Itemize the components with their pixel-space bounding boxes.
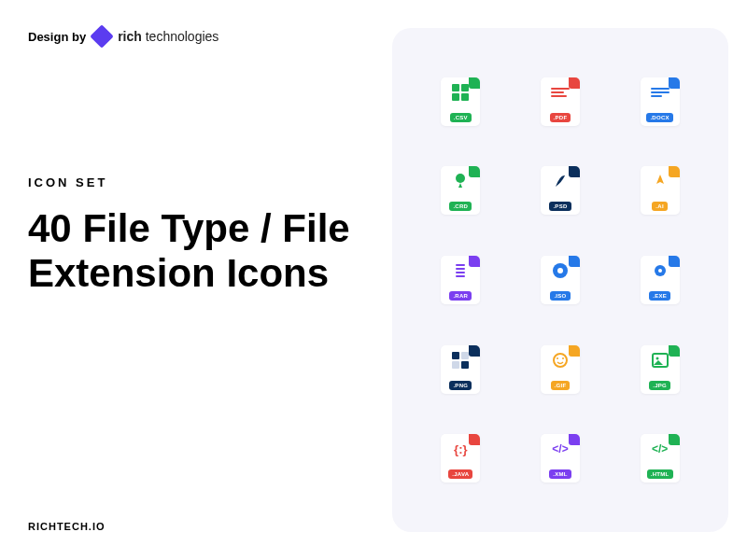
- smiley-icon: [551, 351, 570, 370]
- ext-badge: .HTML: [647, 469, 673, 479]
- fold-icon: [569, 345, 580, 357]
- svg-point-4: [658, 269, 662, 273]
- ext-badge: .AI: [652, 202, 668, 211]
- feather-icon: [551, 172, 570, 190]
- ext-badge: .CSV: [450, 113, 472, 122]
- ext-badge: .CRD: [449, 202, 472, 211]
- file-exe-icon: .EXE: [641, 256, 680, 304]
- ext-badge: .ISO: [550, 291, 570, 301]
- file-jpg-icon: .JPG: [641, 345, 680, 394]
- fold-icon: [669, 166, 680, 177]
- file-gif-icon: .GIF: [541, 345, 580, 394]
- zip-icon: [451, 261, 470, 280]
- file-iso-icon: .ISO: [541, 256, 580, 304]
- fold-icon: [669, 77, 680, 89]
- disc-icon: [551, 261, 570, 280]
- fold-icon: [469, 256, 480, 267]
- pen-icon: [651, 172, 669, 190]
- brand-rich: rich: [118, 29, 142, 44]
- file-pdf-icon: .PDF: [541, 77, 580, 126]
- code-icon: </>: [551, 440, 570, 458]
- fold-icon: [669, 434, 680, 445]
- fold-icon: [669, 256, 680, 267]
- checker-icon: [451, 351, 470, 370]
- fold-icon: [569, 256, 580, 267]
- ext-badge: .PSD: [549, 202, 571, 211]
- fold-icon: [469, 345, 480, 357]
- file-psd-icon: .PSD: [541, 166, 580, 215]
- svg-point-5: [554, 354, 567, 367]
- file-csv-icon: .CSV: [441, 77, 480, 126]
- document-lines-icon: [551, 83, 570, 102]
- file-png-icon: .PNG: [441, 345, 480, 394]
- fold-icon: [569, 166, 580, 177]
- subtitle: ICON SET: [28, 175, 383, 189]
- ext-badge: .JPG: [649, 381, 670, 390]
- ext-badge: .JAVA: [448, 469, 472, 479]
- fold-icon: [569, 77, 580, 89]
- fold-icon: [469, 434, 480, 445]
- file-crd-icon: .CRD: [441, 166, 480, 215]
- fold-icon: [469, 77, 480, 89]
- braces-icon: {:}: [451, 440, 470, 458]
- image-icon: [651, 351, 669, 370]
- ext-badge: .PNG: [449, 381, 472, 390]
- page-title: 40 File Type / File Extension Icons: [28, 206, 383, 297]
- svg-point-0: [456, 174, 465, 183]
- spreadsheet-icon: [451, 83, 470, 102]
- ext-badge: .PDF: [550, 113, 571, 122]
- icon-preview-panel: .CSV .PDF .DOCX .CRD .PSD .AI .RAR .ISO: [392, 28, 728, 532]
- ext-badge: .XML: [549, 469, 571, 479]
- ext-badge: .EXE: [649, 291, 670, 301]
- brand-logo-icon: [90, 24, 113, 48]
- document-lines-icon: [651, 83, 669, 102]
- file-ai-icon: .AI: [641, 166, 680, 215]
- svg-point-2: [557, 268, 563, 273]
- file-java-icon: {:} .JAVA: [441, 434, 480, 483]
- ext-badge: .GIF: [551, 381, 571, 390]
- gear-icon: [651, 261, 669, 280]
- file-rar-icon: .RAR: [441, 256, 480, 304]
- fold-icon: [669, 345, 680, 357]
- ext-badge: .RAR: [449, 291, 472, 301]
- file-xml-icon: </> .XML: [541, 434, 580, 483]
- file-html-icon: </> .HTML: [641, 434, 680, 483]
- svg-point-9: [655, 357, 658, 359]
- svg-point-6: [557, 357, 558, 359]
- ext-badge: .DOCX: [646, 113, 673, 122]
- balloon-icon: [451, 172, 470, 190]
- file-docx-icon: .DOCX: [641, 77, 680, 126]
- header: Design by rich technologies: [28, 28, 383, 45]
- fold-icon: [569, 434, 580, 445]
- brand-tech: technologies: [142, 29, 219, 44]
- design-by-label: Design by: [28, 30, 86, 44]
- fold-icon: [469, 166, 480, 177]
- brand-name: rich technologies: [118, 29, 218, 44]
- code-icon: </>: [651, 440, 669, 458]
- footer-link: RICHTECH.IO: [28, 521, 106, 532]
- svg-point-7: [562, 357, 564, 359]
